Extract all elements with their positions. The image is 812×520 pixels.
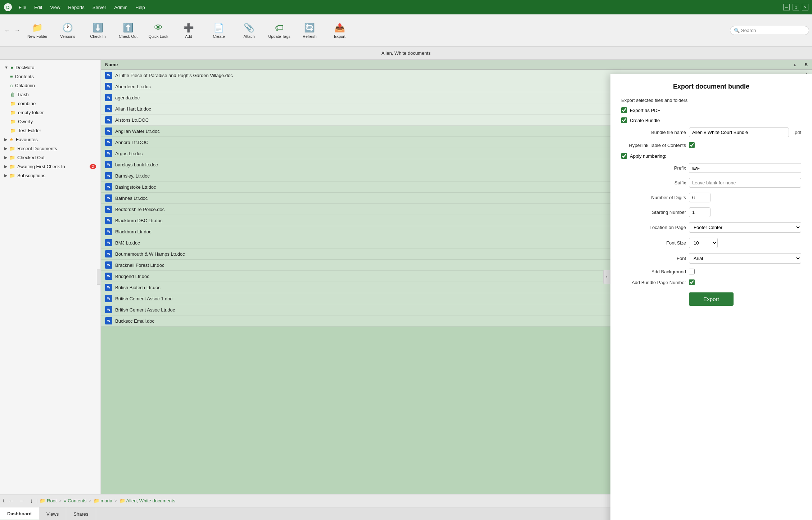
- create-bundle-row[interactable]: Create Bundle: [621, 117, 801, 123]
- sidebar: ▼ ● DocMoto ≡ Contents ⌂ Chladmin 🗑 Tras…: [0, 60, 101, 494]
- nav-maria[interactable]: 📁 maria: [94, 498, 112, 503]
- word-icon: W: [105, 139, 112, 146]
- sidebar-label-favourites: Favourites: [16, 137, 38, 142]
- suffix-row: Suffix: [621, 178, 801, 188]
- sidebar-item-chladmin[interactable]: ⌂ Chladmin: [0, 81, 100, 90]
- sidebar-item-contents[interactable]: ≡ Contents: [0, 72, 100, 81]
- nav-root[interactable]: 📁 Root: [40, 498, 57, 503]
- refresh-button[interactable]: 🔄 Refresh: [295, 17, 324, 45]
- word-icon: W: [105, 239, 112, 246]
- new-folder-button[interactable]: 📁 New Folder: [23, 17, 52, 45]
- contents-icon: ≡: [10, 74, 13, 79]
- check-in-button[interactable]: ⬇️ Check In: [84, 17, 112, 45]
- create-bundle-checkbox[interactable]: [621, 117, 627, 123]
- word-icon: W: [105, 206, 112, 213]
- export-button-toolbar[interactable]: 📤 Export: [325, 17, 354, 45]
- sidebar-item-checked-out[interactable]: ▶ 📁 Checked Out: [0, 153, 100, 162]
- search-box[interactable]: 🔍: [730, 26, 809, 35]
- export-panel: Export document bundle Export selected f…: [610, 74, 812, 520]
- check-out-icon: ⬆️: [123, 23, 134, 33]
- expand-panel-button[interactable]: ›: [603, 270, 610, 284]
- search-input[interactable]: [741, 28, 805, 33]
- menu-edit[interactable]: Edit: [31, 3, 46, 12]
- checked-out-toggle-icon: ▶: [4, 155, 7, 160]
- awaiting-toggle-icon: ▶: [4, 164, 7, 169]
- hyperlink-toc-checkbox[interactable]: [689, 142, 695, 148]
- num-digits-input[interactable]: [689, 193, 710, 202]
- add-bundle-page-number-checkbox[interactable]: [689, 279, 695, 285]
- nav-forward-button[interactable]: →: [18, 497, 26, 505]
- nav-allen-white[interactable]: 📁 Allen, White documents: [119, 498, 175, 503]
- sidebar-label-subscriptions: Subscriptions: [17, 173, 45, 178]
- add-icon: ➕: [183, 23, 194, 33]
- nav-contents[interactable]: ≡ Contents: [64, 498, 86, 503]
- sidebar-item-recent-docs[interactable]: ▶ 📁 Recent Documents: [0, 144, 100, 153]
- export-as-pdf-checkbox[interactable]: [621, 107, 627, 113]
- app-icon: D: [4, 3, 12, 12]
- maximize-button[interactable]: □: [793, 4, 799, 10]
- tab-views[interactable]: Views: [39, 507, 66, 520]
- minimize-button[interactable]: ─: [783, 4, 790, 10]
- sidebar-label-awaiting-checkin: Awaiting First Check In: [17, 164, 65, 169]
- menu-file[interactable]: File: [15, 3, 30, 12]
- menu-view[interactable]: View: [46, 3, 64, 12]
- sidebar-collapse-button[interactable]: ‹: [97, 269, 101, 285]
- nav-back-button[interactable]: ←: [7, 497, 15, 505]
- title-bar: D File Edit View Reports Server Admin He…: [0, 0, 812, 14]
- tab-shares[interactable]: Shares: [66, 507, 96, 520]
- check-out-button[interactable]: ⬆️ Check Out: [114, 17, 143, 45]
- font-size-label: Font Size: [621, 240, 686, 246]
- attach-button[interactable]: 📎 Attach: [235, 17, 263, 45]
- sidebar-item-favourites[interactable]: ▶ ★ Favourites: [0, 135, 100, 144]
- new-folder-icon: 📁: [32, 23, 43, 33]
- sidebar-item-awaiting-checkin[interactable]: ▶ 📁 Awaiting First Check In 2: [0, 162, 100, 171]
- sidebar-item-test-folder[interactable]: 📁 Test Folder: [0, 126, 100, 135]
- bundle-ext-label: .pdf: [793, 130, 801, 135]
- font-size-select[interactable]: 8 9 10 11 12: [689, 238, 718, 248]
- word-icon: W: [105, 83, 112, 90]
- suffix-input[interactable]: [689, 178, 801, 188]
- sidebar-label-combine: combine: [18, 101, 36, 106]
- nav-sep3: >: [89, 498, 91, 503]
- sort-button[interactable]: ▲: [793, 62, 797, 67]
- location-select[interactable]: Footer Center Footer Left Footer Right H…: [689, 222, 801, 233]
- nav-down-button[interactable]: ↓: [28, 497, 34, 505]
- sidebar-item-combine[interactable]: 📁 combine: [0, 99, 100, 108]
- num-digits-label: Number of Digits: [621, 195, 686, 200]
- sidebar-item-docmoto[interactable]: ▼ ● DocMoto: [0, 63, 100, 72]
- word-icon: W: [105, 161, 112, 168]
- prefix-input[interactable]: [689, 163, 801, 173]
- bundle-filename-input[interactable]: [689, 127, 789, 137]
- update-tags-button[interactable]: 🏷 Update Tags: [265, 17, 294, 45]
- menu-help[interactable]: Help: [132, 3, 149, 12]
- create-button[interactable]: 📄 Create: [204, 17, 233, 45]
- word-icon: W: [105, 183, 112, 190]
- starting-number-input[interactable]: [689, 207, 710, 217]
- menu-server[interactable]: Server: [89, 3, 110, 12]
- sidebar-item-subscriptions[interactable]: ▶ 📁 Subscriptions: [0, 171, 100, 180]
- sidebar-label-docmoto: DocMoto: [15, 65, 34, 70]
- font-select[interactable]: Arial Times New Roman Helvetica Courier …: [689, 253, 801, 264]
- versions-button[interactable]: 🕐 Versions: [53, 17, 82, 45]
- menu-admin[interactable]: Admin: [110, 3, 131, 12]
- forward-button[interactable]: →: [13, 27, 22, 35]
- menu-reports[interactable]: Reports: [64, 3, 88, 12]
- export-as-pdf-label: Export as PDF: [630, 108, 660, 113]
- sidebar-item-empty-folder[interactable]: 📁 empty folder: [0, 108, 100, 117]
- tab-dashboard[interactable]: Dashboard: [0, 507, 39, 520]
- back-button[interactable]: ←: [3, 27, 12, 35]
- add-button[interactable]: ➕ Add: [174, 17, 203, 45]
- sidebar-item-qwerty[interactable]: 📁 Qwerty: [0, 117, 100, 126]
- apply-numbering-checkbox[interactable]: [621, 153, 627, 159]
- bundle-filename-row: Bundle file name .pdf: [621, 127, 801, 137]
- sidebar-item-trash[interactable]: 🗑 Trash: [0, 90, 100, 99]
- quick-look-button[interactable]: 👁 Quick Look: [144, 17, 173, 45]
- awaiting-badge: 2: [90, 164, 96, 169]
- apply-numbering-row[interactable]: Apply numbering:: [621, 153, 801, 159]
- recent-icon: 📁: [9, 146, 15, 151]
- export-as-pdf-row[interactable]: Export as PDF: [621, 107, 801, 113]
- close-button[interactable]: ✕: [802, 4, 808, 10]
- num-digits-row: Number of Digits: [621, 193, 801, 202]
- add-background-checkbox[interactable]: [689, 269, 695, 274]
- export-panel-button[interactable]: Export: [689, 292, 733, 306]
